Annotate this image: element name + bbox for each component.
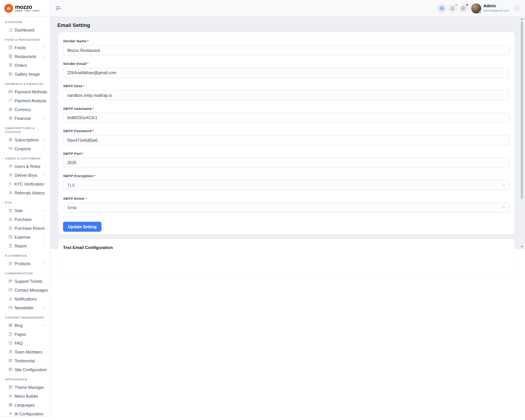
sidebar-item-label: Contact Messages [15,288,48,292]
smtp-driver-select[interactable]: Smtp [63,203,510,213]
field-label: SMTP Encryption* [63,174,510,178]
required-asterisk: * [92,129,94,133]
notifications-button[interactable] [448,4,457,13]
form-field-smtp-driver: SMTP Driver*Smtp [63,196,510,213]
sidebar-item-blog[interactable]: Blog [0,321,50,330]
sidebar-item-label: FAQ [15,341,23,345]
sidebar-item-coupons[interactable]: Coupons [0,144,50,153]
users-icon [8,350,13,354]
sidebar-item-purchase-return[interactable]: Purchase Return [0,224,50,232]
sidebar-item-team-members[interactable]: Team Members [0,347,50,356]
online-status-dot [479,11,481,13]
sidebar-item-label: Deliver Boys [15,173,37,178]
scrollbar-thumb[interactable] [521,22,523,199]
notification-badge [455,4,457,6]
sidebar-item-faq[interactable]: FAQ [0,339,50,347]
mail-icon [8,305,13,310]
bag-icon [8,261,13,266]
sidebar-item-report[interactable]: Report [0,241,50,250]
messages-button[interactable] [459,4,468,13]
form-field-smtp-username: SMTP Username*fed80291e413c1 [63,106,510,123]
user-menu-caret-button[interactable] [514,5,520,11]
sidebar-item-label: Gallery Image [15,72,40,76]
sidebar-item-products[interactable]: Products [0,259,50,268]
sidebar-item-notifications[interactable]: Notifications [0,294,50,303]
smtp-username-input[interactable]: fed80291e413c1 [63,113,510,123]
sender-name-input[interactable]: Mozzu Restaurant [63,45,510,55]
update-setting-button[interactable]: Update Setting [63,222,101,232]
sidebar-item-label: Expense [15,235,30,239]
smtp-encryption-select[interactable]: TLS [63,180,510,190]
sidebar-item-label: Languages [15,403,35,407]
sidebar-item-ai-configuration[interactable]: Ai Configuration [0,409,50,417]
field-label: SMTP Host* [63,84,510,88]
sidebar-item-label: KYC Verification [15,182,44,186]
sidebar-item-referrals-history[interactable]: Referrals History [0,188,50,197]
user-menu[interactable]: Admin admin@gmail.com [471,3,509,13]
sidebar-item-newsletter[interactable]: Newsletter [0,303,50,312]
chevron-down-icon [43,55,46,58]
sidebar-item-site-configuration[interactable]: Site Configuration [0,365,50,374]
sidebar-item-users-roles[interactable]: Users & Roles [0,162,50,171]
sidebar-item-expense[interactable]: Expense [0,232,50,241]
sidebar-item-label: Purchase Return [15,226,45,231]
sidebar-item-testimonial[interactable]: Testimonial [0,356,50,365]
sidebar-item-payment-methods[interactable]: Payment Methods [0,87,50,96]
doc-icon [8,332,13,336]
chevron-down-icon [43,218,46,221]
sidebar-item-financial[interactable]: Financial [0,114,50,123]
sender-email-input[interactable]: 2264rakibkhan@gmail.com [63,68,510,78]
sidebar-item-support-tickets[interactable]: Support Tickets [0,277,50,286]
sidebar-item-currency[interactable]: Currency [0,105,50,114]
sidebar-nav: OverviewDashboardFood & RestaurantFoodsR… [0,20,50,417]
sidebar-item-label: Subscriptions [15,138,39,142]
input-value: fed80291e413c1 [67,115,97,120]
sidebar-item-label: Products [15,261,30,266]
brand-logo[interactable]: mozzo ORDER . FOOD . HAPPY [0,0,50,17]
sidebar-section-heading: Users & Customers [5,157,45,161]
user-name: Admin [483,4,509,8]
sidebar-item-payment-analysis[interactable]: Payment Analysis [0,96,50,105]
sidebar-toggle-icon[interactable] [56,5,61,11]
smtp-host-input[interactable]: sandbox.smtp.mailtrap.io [63,90,510,100]
sidebar-item-languages[interactable]: Languages [0,400,50,409]
image-icon [8,72,13,76]
sidebar-item-foods[interactable]: Foods [0,43,50,52]
sidebar-item-orders[interactable]: Orders [0,61,50,70]
smtp-password-input[interactable]: f3ee472e6d83e6 [63,135,510,145]
dollar-circle-icon [8,116,13,120]
sidebar-item-subscriptions[interactable]: Subscriptions [0,135,50,144]
sidebar-item-gallery-image[interactable]: Gallery Image [0,70,50,78]
avatar [471,3,481,13]
form-field-sender-name: Sender Name*Mozzu Restaurant [63,39,510,55]
sidebar-item-kyc-verification[interactable]: KYC Verification [0,179,50,188]
sidebar-item-dashboard[interactable]: Dashboard [0,25,50,34]
sidebar-section-heading: Payments & Financial [5,82,45,86]
required-asterisk: * [87,61,88,66]
scrollbar-up-arrow[interactable] [520,18,523,20]
sidebar-item-restaurants[interactable]: Restaurants [0,52,50,61]
sidebar-item-label: Newsletter [15,305,34,310]
sidebar-item-sale[interactable]: Sale [0,206,50,215]
select-value: Smtp [67,205,77,210]
scrollbar-down-arrow[interactable] [520,246,523,248]
gear-icon [8,412,13,416]
sidebar-item-label: Pages [15,332,26,337]
sidebar-item-deliver-boys[interactable]: Deliver Boys [0,171,50,179]
sidebar-item-contact-messages[interactable]: Contact Messages [0,286,50,294]
test-email-card-title: Test Email Configuration [63,245,510,250]
sidebar-item-menu-builder[interactable]: Menu Builder [0,392,50,400]
top-header: Admin admin@gmail.com [50,0,525,17]
sidebar-item-label: Blog [15,323,23,328]
sidebar-item-pages[interactable]: Pages [0,330,50,339]
sidebar-item-label: Users & Roles [15,164,40,169]
smtp-port-input[interactable]: 2525 [63,158,510,168]
sidebar-item-theme-manager[interactable]: Theme Manager [0,383,50,392]
sidebar-item-purchase[interactable]: Purchase [0,215,50,224]
chevron-down-icon [43,46,46,49]
globe-icon [439,6,444,11]
field-label: SMTP Driver* [63,196,510,201]
credit-card-icon [8,90,13,94]
sidebar-item-label: Sale [15,208,23,213]
language-globe-button[interactable] [437,4,447,13]
